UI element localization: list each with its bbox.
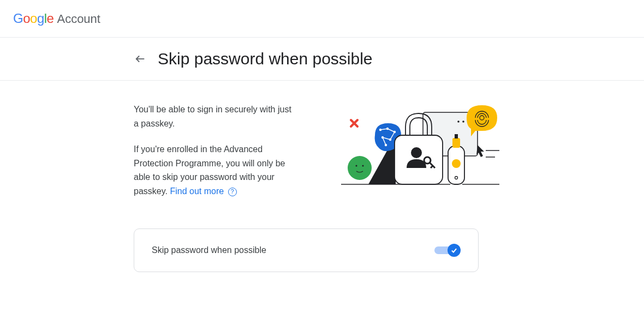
page-title: Skip password when possible bbox=[158, 50, 373, 68]
description-column: You'll be able to sign in securely with … bbox=[134, 103, 297, 198]
app-header: Google Account bbox=[0, 0, 644, 38]
help-icon[interactable]: ? bbox=[228, 188, 237, 196]
product-name: Account bbox=[57, 12, 100, 26]
setting-card: Skip password when possible bbox=[134, 228, 479, 272]
learn-more-link[interactable]: Find out more bbox=[170, 186, 224, 196]
check-icon bbox=[450, 246, 458, 254]
main-content: You'll be able to sign in securely with … bbox=[0, 81, 644, 198]
skip-password-toggle[interactable] bbox=[434, 244, 461, 256]
svg-point-21 bbox=[348, 156, 372, 180]
toggle-thumb bbox=[448, 244, 461, 257]
arrow-left-icon bbox=[134, 53, 146, 65]
description-paragraph-1: You'll be able to sign in securely with … bbox=[134, 103, 297, 130]
svg-rect-30 bbox=[452, 138, 460, 148]
setting-label: Skip password when possible bbox=[152, 245, 266, 255]
back-button[interactable] bbox=[134, 52, 147, 65]
svg-rect-31 bbox=[455, 134, 458, 139]
svg-point-23 bbox=[362, 165, 364, 167]
title-bar: Skip password when possible bbox=[0, 38, 644, 81]
svg-point-2 bbox=[457, 121, 460, 123]
description-paragraph-2: If you're enrolled in the Advanced Prote… bbox=[134, 142, 297, 198]
google-logo: Google bbox=[13, 11, 53, 26]
svg-point-32 bbox=[452, 159, 461, 168]
svg-point-3 bbox=[462, 121, 464, 123]
svg-point-22 bbox=[356, 165, 357, 167]
google-account-logo[interactable]: Google Account bbox=[13, 11, 631, 26]
svg-point-25 bbox=[411, 147, 422, 158]
passkey-illustration bbox=[336, 103, 505, 195]
